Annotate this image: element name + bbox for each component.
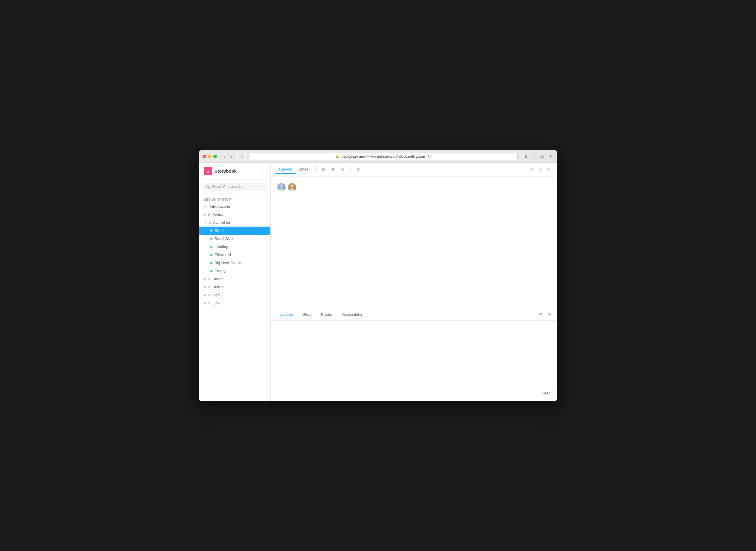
sidebar-header: S Storybook ··· [199,163,270,180]
avatar-list-preview [277,182,551,192]
svg-point-2 [280,184,283,187]
nav-label-ellipsized: Ellipsized [215,252,231,257]
search-icon: 🔍 [206,184,210,189]
tab-docs[interactable]: Docs [296,165,312,174]
expand-arrow-avatar: ▶ [204,213,206,216]
story-icon-loading: ◉ [210,245,213,249]
tab-knobs[interactable]: Knobs [316,309,337,320]
back-button[interactable]: ‹ [222,153,227,159]
nav-label-empty: Empty [215,268,226,273]
sidebar-item-button[interactable]: ▶ ⊞ Button [199,283,270,291]
download-button[interactable]: ⬇ [522,153,530,159]
new-tab-button[interactable]: + [548,153,553,159]
toolbar-divider [315,166,316,172]
copy-link-button[interactable]: ⎘ [545,166,552,173]
sidebar: S Storybook ··· 🔍 DESIGN SYSTEM 📄 Introd… [199,163,271,401]
sidebar-item-avatarlist[interactable]: ▼ ⊞ AvatarList [199,218,270,226]
nav-section: DESIGN SYSTEM 📄 Introduction ▶ ⊞ Avatar … [199,194,270,310]
avatar-2 [287,182,297,192]
expand-arrow-button: ▶ [204,286,206,289]
sidebar-item-short[interactable]: ◉ Short [199,226,270,235]
component-icon-icon: ⊞ [208,293,211,297]
panel-layout-button[interactable]: ⊟ [538,311,544,318]
bottom-panel: Actions Story Knobs Accessibility ⊟ ⊗ Cl… [271,309,557,401]
sidebar-menu-button[interactable]: ··· [259,167,266,175]
svg-point-6 [291,184,294,187]
share-button[interactable]: ↑ [531,153,537,159]
nav-label-short: Short [215,228,224,233]
nav-label-small-size: Small Size [215,236,233,241]
nav-label-button: Button [212,285,224,289]
search-box: 🔍 [199,180,270,194]
share-button[interactable]: ↑ [537,166,544,173]
page-icon: 📄 [204,204,208,208]
sidebar-item-icon[interactable]: ▶ ⊞ Icon [199,291,270,299]
zoom-reset-button[interactable]: ⊙ [338,166,347,173]
panel-close-button[interactable]: ⊗ [546,311,552,318]
app-name: Storybook [215,168,237,173]
sidebar-item-badge[interactable]: ▶ ⊞ Badge [199,275,270,283]
nav-label-icon: Icon [212,293,220,297]
expand-arrow-badge: ▶ [204,277,206,281]
component-icon-badge: ⊞ [208,277,211,281]
zoom-in-button[interactable]: ⊕ [319,166,327,173]
tab-actions[interactable]: Actions [275,309,298,320]
sidebar-item-big-user-count[interactable]: ◉ Big User Count [199,259,270,267]
section-label: DESIGN SYSTEM [199,196,270,202]
nav-label-avatar: Avatar [212,212,223,217]
nav-label-link: Link [212,301,220,305]
refresh-icon[interactable]: ↻ [428,154,431,159]
close-button[interactable] [203,155,206,158]
tab-accessibility[interactable]: Accessibility [337,309,367,320]
nav-label-introduction: Introduction [210,204,230,209]
story-icon-short: ◉ [210,229,213,232]
url-text: deploy-preview-4--vibrant-spence-7b0ccc.… [341,154,425,159]
tab-view-button[interactable]: ⬜ [236,153,246,160]
grid-button[interactable]: ⊘ [354,166,362,173]
bottom-tab-icons: ⊟ ⊗ [538,311,552,318]
sidebar-logo: S Storybook [204,167,237,175]
zoom-out-button[interactable]: ⊖ [329,166,337,173]
lock-icon: 🔒 [335,154,339,158]
bottom-tabs: Actions Story Knobs Accessibility ⊟ ⊗ [271,309,557,321]
browser-window: ‹ › ⬜ 🔒 deploy-preview-4--vibrant-spence… [199,150,557,401]
sidebar-item-introduction[interactable]: 📄 Introduction [199,202,270,210]
toolbar-divider-2 [350,166,350,172]
sidebar-item-avatar[interactable]: ▶ ⊞ Avatar [199,210,270,218]
nav-label-loading: Loading [215,244,228,249]
sidebar-item-small-size[interactable]: ◉ Small Size [199,235,270,243]
storybook-logo-icon: S [204,167,212,175]
fullscreen-button[interactable]: ⤢ [527,166,536,173]
sidebar-item-loading[interactable]: ◉ Loading [199,243,270,251]
maximize-button[interactable] [213,155,217,158]
browser-chrome: ‹ › ⬜ 🔒 deploy-preview-4--vibrant-spence… [199,150,557,163]
toolbar-tabs: Canvas Docs [275,165,312,174]
story-icon-small-size: ◉ [210,237,213,240]
toolbar-right-icons: ⤢ ↑ ⎘ [527,166,552,173]
sidebar-item-empty[interactable]: ◉ Empty [199,267,270,275]
clear-button[interactable]: Clear [538,390,552,397]
tab-story[interactable]: Story [298,309,316,320]
main-content: Canvas Docs ⊕ ⊖ ⊙ ⊘ ⤢ ↑ ⎘ [271,163,557,401]
main-toolbar: Canvas Docs ⊕ ⊖ ⊙ ⊘ ⤢ ↑ ⎘ [271,163,557,176]
forward-button[interactable]: › [229,153,234,159]
tab-canvas[interactable]: Canvas [275,165,296,174]
minimize-button[interactable] [208,155,212,158]
nav-label-badge: Badge [212,277,224,281]
sidebar-item-ellipsized[interactable]: ◉ Ellipsized [199,251,270,259]
story-icon-empty: ◉ [210,269,213,273]
expand-arrow-icon: ▶ [204,294,206,297]
browser-actions: ⬇ ↑ ⧉ [522,153,545,159]
search-input[interactable] [212,184,264,189]
app-layout: S Storybook ··· 🔍 DESIGN SYSTEM 📄 Introd… [199,163,557,401]
avatar-1 [277,182,286,192]
nav-label-avatarlist: AvatarList [213,220,230,225]
component-icon-avatar: ⊞ [208,212,211,216]
component-icon-button: ⊞ [208,285,211,289]
bottom-content: Clear [271,321,557,401]
address-bar[interactable]: 🔒 deploy-preview-4--vibrant-spence-7b0cc… [249,153,518,160]
expand-arrow-avatarlist: ▼ [204,221,207,224]
tabs-button[interactable]: ⧉ [539,153,545,159]
sidebar-item-link[interactable]: ▶ ⊞ Link [199,299,270,307]
component-icon-avatarlist: ⊞ [209,221,211,224]
